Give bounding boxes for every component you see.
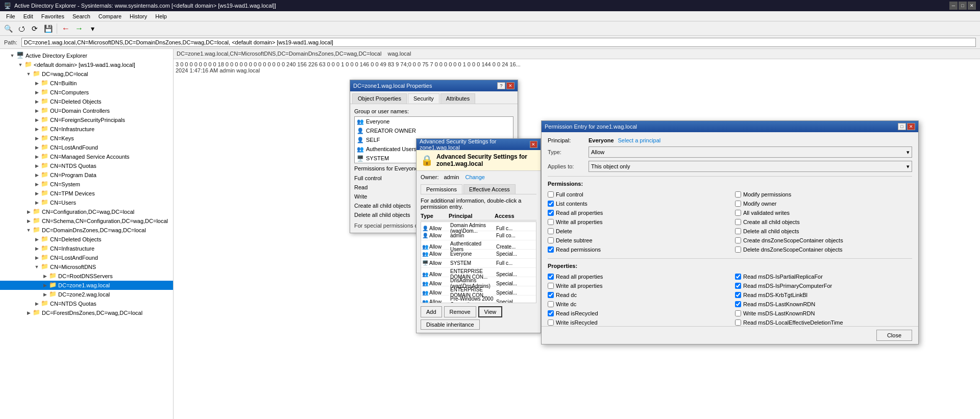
sidebar-builtin[interactable]: ▶ 📁 CN=Builtin — [0, 79, 173, 88]
users-expand[interactable]: ▶ — [33, 199, 41, 207]
nav-forward-btn[interactable]: → — [73, 23, 85, 34]
fsec-expand[interactable]: ▶ — [33, 116, 41, 124]
menu-history[interactable]: History — [126, 13, 151, 20]
perm-read-perms-check[interactable] — [548, 247, 554, 253]
ntdsdns-expand[interactable]: ▶ — [33, 300, 41, 308]
path-input[interactable] — [21, 38, 976, 47]
ddns-expand[interactable]: ▼ — [24, 226, 33, 234]
prop-read-primary-check[interactable] — [735, 283, 741, 289]
perm-write-all-props-check[interactable] — [548, 219, 554, 225]
perm-read-all-props-check[interactable] — [548, 210, 554, 216]
sidebar-infrastructure[interactable]: ▶ 📁 CN=Infrastructure — [0, 125, 173, 134]
maximize-btn[interactable]: □ — [959, 2, 967, 10]
adv-row-2[interactable]: 👥Allow Authenticated Users Create... — [421, 240, 536, 250]
prop-write-all-check[interactable] — [548, 283, 554, 289]
adv-tab-permissions[interactable]: Permissions — [421, 184, 462, 194]
sidebar-domain-ctrl[interactable]: ▶ 📁 OU=Domain Controllers — [0, 106, 173, 115]
prop-read-lastknown-check[interactable] — [735, 301, 741, 307]
infdns-expand[interactable]: ▶ — [33, 244, 41, 253]
keys-expand[interactable]: ▶ — [33, 134, 41, 142]
remove-btn[interactable]: Remove — [444, 306, 476, 317]
prop-read-partial-check[interactable] — [735, 274, 741, 280]
menu-edit[interactable]: Edit — [19, 13, 37, 20]
perm-create-child-check[interactable] — [735, 219, 741, 225]
perm-delete-dns-scope-check[interactable] — [735, 247, 741, 253]
rootdns-expand[interactable]: ▶ — [41, 272, 49, 280]
forward-btn[interactable]: ⭯ — [15, 23, 28, 34]
tab-security[interactable]: Security — [408, 93, 439, 104]
tpm-expand[interactable]: ▶ — [33, 189, 41, 198]
save-btn[interactable]: 💾 — [42, 23, 54, 34]
perm-all-validated-check[interactable] — [735, 210, 741, 216]
sidebar-computers[interactable]: ▶ 📁 CN=Computers — [0, 88, 173, 97]
sidebar-program-data[interactable]: ▶ 📁 CN=Program Data — [0, 170, 173, 180]
prop-write-lastknown-check[interactable] — [735, 310, 741, 316]
perm-delete-check[interactable] — [548, 228, 554, 234]
perm-delete-child-check[interactable] — [735, 228, 741, 234]
menu-search[interactable]: Search — [68, 13, 94, 20]
adv-row-6[interactable]: 👥Allow DnsAdmins (wag\DnsAdmins) Special… — [421, 277, 536, 286]
sidebar-keys[interactable]: ▶ 📁 CN=Keys — [0, 134, 173, 143]
sidebar-deleted-1[interactable]: ▶ 📁 CN=Deleted Objects — [0, 97, 173, 106]
disable-inheritance-btn[interactable]: Disable inheritance — [421, 319, 480, 330]
perm-delete-subtree-check[interactable] — [548, 237, 554, 243]
prop-read-all-check[interactable] — [548, 274, 554, 280]
sidebar-rootdns[interactable]: ▶ 📁 DC=RootDNSServers — [0, 272, 173, 281]
perm-create-dns-scope-check[interactable] — [735, 237, 741, 243]
group-item-everyone[interactable]: 👥 Everyone — [355, 117, 513, 126]
sidebar-dc-wag[interactable]: ▼ 📁 DC=wag,DC=local — [0, 69, 173, 79]
perm-maximize-btn[interactable]: □ — [898, 123, 906, 130]
menu-favorites[interactable]: Favorites — [37, 13, 68, 20]
zone1-expand[interactable]: ▶ — [41, 281, 49, 289]
sys-expand[interactable]: ▶ — [33, 180, 41, 188]
sidebar-forest-dns[interactable]: ▶ 📁 DC=ForestDnsZones,DC=wag,DC=local — [0, 308, 173, 317]
adv-close-btn[interactable]: ✕ — [530, 141, 537, 148]
tab-attributes[interactable]: Attributes — [440, 93, 475, 104]
sidebar-default-domain[interactable]: ▼ 📁 <default domain> [ws19-wad1.wag.loca… — [0, 60, 173, 69]
root-expand[interactable]: ▼ — [8, 52, 16, 60]
sidebar-laf-dns[interactable]: ▶ 📁 CN=LostAndFound — [0, 253, 173, 262]
builtin-expand[interactable]: ▶ — [33, 79, 41, 87]
frdns-expand[interactable]: ▶ — [24, 309, 33, 317]
nav-dropdown-btn[interactable]: ▾ — [86, 23, 99, 34]
close-btn[interactable]: ✕ — [968, 2, 976, 10]
sidebar-del-dns[interactable]: ▶ 📁 CN=Deleted Objects — [0, 235, 173, 244]
lafdns-expand[interactable]: ▶ — [33, 254, 41, 262]
applies-dropdown-icon[interactable]: ▾ — [906, 163, 910, 170]
adv-row-5[interactable]: 👥Allow ENTERPRISE DOMAIN CON... Special.… — [421, 268, 536, 277]
sidebar-lostandfound[interactable]: ▶ 📁 CN=LostAndFound — [0, 143, 173, 152]
perm-close-x-btn[interactable]: ✕ — [907, 123, 915, 130]
sidebar-root[interactable]: ▼ 🖥️ Active Directory Explorer — [0, 51, 173, 60]
sidebar-zone2[interactable]: ▶ 📁 DC=zone2.wag.local — [0, 290, 173, 299]
prop-read-recycled-check[interactable] — [548, 310, 554, 316]
pd-expand[interactable]: ▶ — [33, 171, 41, 179]
adv-owner-change[interactable]: Change — [465, 174, 485, 180]
refresh-btn[interactable]: ⟳ — [29, 23, 41, 34]
cfg-expand[interactable]: ▶ — [24, 208, 33, 216]
perm-list-contents-check[interactable] — [548, 201, 554, 207]
select-principal-link[interactable]: Select a principal — [618, 137, 661, 143]
sidebar-msdns[interactable]: ▼ 📁 CN=MicrosoftDNS — [0, 262, 173, 272]
msa-expand[interactable]: ▶ — [33, 153, 41, 161]
adv-row-3[interactable]: 👥Allow Everyone Special... — [421, 250, 536, 259]
adv-row-8[interactable]: 👥Allow Pre-Windows 2000 Compati... Speci… — [421, 295, 536, 303]
type-dropdown-icon[interactable]: ▾ — [906, 149, 910, 156]
view-btn[interactable]: View — [478, 306, 503, 317]
minimize-btn[interactable]: ─ — [949, 2, 958, 10]
sidebar-tpm[interactable]: ▶ 📁 CN=TPM Devices — [0, 189, 173, 198]
menu-help[interactable]: Help — [151, 13, 171, 20]
back-btn[interactable]: 🔍 — [2, 23, 14, 34]
comp-expand[interactable]: ▶ — [33, 88, 41, 96]
ntds-expand[interactable]: ▶ — [33, 162, 41, 170]
adv-row-4[interactable]: 🖥️Allow SYSTEM Full c... — [421, 259, 536, 268]
prop-read-localeff-check[interactable] — [735, 319, 741, 326]
perm-modify-perms-check[interactable] — [735, 191, 741, 198]
nav-back-btn[interactable]: ← — [60, 23, 72, 34]
adv-row-0[interactable]: 👤Allow Domain Admins (wag\Dom... Full c.… — [421, 222, 536, 231]
sidebar-ntds-dns[interactable]: ▶ 📁 CN=NTDS Quotas — [0, 299, 173, 308]
dc-wag-expand[interactable]: ▼ — [24, 70, 33, 78]
adv-tab-effective-access[interactable]: Effective Access — [463, 184, 516, 194]
perm-modify-owner-check[interactable] — [735, 201, 741, 207]
deldns-expand[interactable]: ▶ — [33, 235, 41, 243]
sidebar-domain-dns[interactable]: ▼ 📁 DC=DomainDnsZones,DC=wag,DC=local — [0, 226, 173, 235]
